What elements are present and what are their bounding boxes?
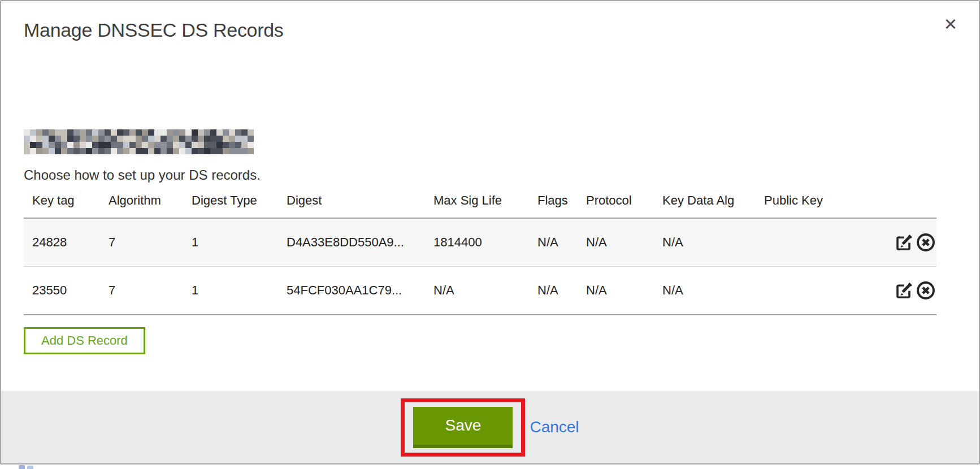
redaction-pixel [49,136,55,142]
cell-public-key [756,267,886,315]
cell-digest: 54FCF030AA1C79... [278,267,425,315]
cell-flags: N/A [529,267,578,315]
redaction-pixel [198,136,204,142]
delete-icon [916,280,936,301]
col-header-digest-type: Digest Type [183,193,278,218]
redaction-pixel [229,136,235,142]
redaction-pixel [86,129,92,136]
redaction-pixel [73,136,80,142]
redaction-pixel [248,136,254,142]
redaction-pixel [67,129,73,136]
redaction-pixel [67,136,73,142]
redaction-pixel [241,142,248,148]
redaction-pixel [117,136,123,142]
redaction-pixel [24,129,30,136]
redaction-pixel [92,129,98,136]
redaction-pixel [61,129,67,136]
close-icon[interactable]: ✕ [940,14,961,35]
redaction-pixel [55,142,61,148]
redaction-pixel [105,142,111,148]
redaction-pixel [161,129,167,136]
redaction-pixel [42,142,49,148]
redaction-pixel [179,129,185,136]
cell-digest: D4A33E8DD550A9... [278,218,425,267]
redaction-pixel [216,148,223,154]
redaction-pixel [192,129,198,136]
redaction-pixel [248,142,254,148]
redaction-pixel [49,129,55,136]
cell-key-data-alg: N/A [654,218,756,267]
redaction-pixel [86,148,92,154]
redaction-pixel [216,142,223,148]
redaction-pixel [148,136,154,142]
delete-record-button[interactable] [916,232,936,253]
save-button[interactable]: Save [413,407,513,448]
redaction-pixel [49,148,55,154]
redaction-pixel [192,148,198,154]
redaction-pixel [161,136,167,142]
redaction-pixel [92,148,98,154]
redaction-pixel [80,148,86,154]
row-actions [886,218,936,267]
redaction-pixel [30,142,36,148]
redaction-pixel [154,136,161,142]
redaction-pixel [67,142,73,148]
redaction-pixel [185,136,192,142]
redaction-pixel [235,136,241,142]
redaction-pixel [80,142,86,148]
cell-key-tag: 23550 [24,267,100,315]
add-ds-record-button[interactable]: Add DS Record [24,327,145,354]
redaction-pixel [241,129,248,136]
redaction-pixel [24,142,30,148]
redaction-pixel [173,148,179,154]
redaction-pixel [136,136,142,142]
redaction-pixel [235,129,241,136]
redaction-pixel [55,148,61,154]
cell-protocol: N/A [578,267,654,315]
redaction-pixel [223,136,229,142]
redaction-pixel [123,129,129,136]
redaction-pixel [198,142,204,148]
delete-icon [916,232,936,253]
row-actions [886,267,936,315]
redaction-pixel [105,148,111,154]
redaction-pixel [179,142,185,148]
redaction-pixel [73,142,80,148]
redaction-pixel [55,136,61,142]
redaction-pixel [204,136,210,142]
table-row: 23550 7 1 54FCF030AA1C79... N/A N/A N/A … [24,267,936,315]
table-row: 24828 7 1 D4A33E8DD550A9... 1814400 N/A … [24,218,936,267]
col-header-public-key: Public Key [756,193,886,218]
redaction-pixel [223,129,229,136]
redaction-pixel [167,129,173,136]
redaction-pixel [111,148,117,154]
redaction-pixel [198,148,204,154]
cancel-link[interactable]: Cancel [530,418,579,436]
redaction-pixel [36,142,42,148]
redaction-pixel [73,129,80,136]
redaction-pixel [111,136,117,142]
redaction-pixel [185,148,192,154]
col-header-algorithm: Algorithm [100,193,183,218]
ds-records-table: Key tag Algorithm Digest Type Digest Max… [24,193,936,315]
screenshot-root: Manage DNSSEC DS Records ✕ Choose how to… [0,0,980,469]
redaction-pixel [136,129,142,136]
cell-max-sig-life: 1814400 [425,218,529,267]
redaction-pixel [229,148,235,154]
redaction-pixel [142,136,148,142]
redaction-pixel [24,148,30,154]
edit-record-button[interactable] [894,232,914,253]
edit-record-button[interactable] [894,280,914,301]
redaction-pixel [216,129,223,136]
annotation-highlight-rectangle: Save [401,398,525,457]
redaction-pixel [167,142,173,148]
col-header-key-tag: Key tag [24,193,100,218]
delete-record-button[interactable] [916,280,936,301]
cell-digest-type: 1 [183,267,278,315]
redaction-pixel [92,142,98,148]
redaction-pixel [179,136,185,142]
redaction-pixel [129,136,136,142]
redaction-pixel [136,148,142,154]
redaction-pixel [179,148,185,154]
redaction-pixel [129,148,136,154]
